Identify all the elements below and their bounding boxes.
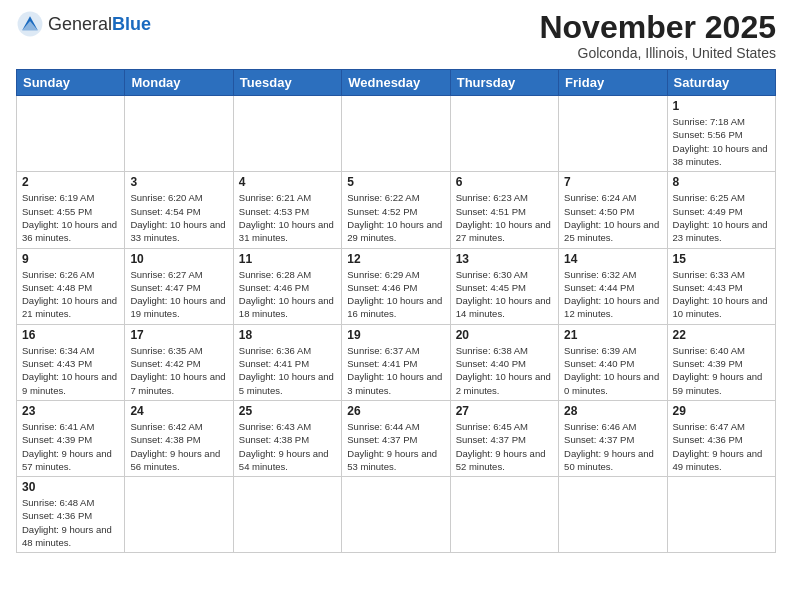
weekday-header-monday: Monday <box>125 70 233 96</box>
calendar-cell: 12Sunrise: 6:29 AM Sunset: 4:46 PM Dayli… <box>342 248 450 324</box>
day-number: 5 <box>347 175 444 189</box>
calendar-cell: 20Sunrise: 6:38 AM Sunset: 4:40 PM Dayli… <box>450 324 558 400</box>
day-number: 12 <box>347 252 444 266</box>
calendar-cell: 1Sunrise: 7:18 AM Sunset: 5:56 PM Daylig… <box>667 96 775 172</box>
day-info: Sunrise: 6:29 AM Sunset: 4:46 PM Dayligh… <box>347 268 444 321</box>
calendar-cell: 21Sunrise: 6:39 AM Sunset: 4:40 PM Dayli… <box>559 324 667 400</box>
day-info: Sunrise: 6:43 AM Sunset: 4:38 PM Dayligh… <box>239 420 336 473</box>
day-number: 19 <box>347 328 444 342</box>
calendar-week-row: 16Sunrise: 6:34 AM Sunset: 4:43 PM Dayli… <box>17 324 776 400</box>
calendar-cell: 23Sunrise: 6:41 AM Sunset: 4:39 PM Dayli… <box>17 400 125 476</box>
day-info: Sunrise: 6:40 AM Sunset: 4:39 PM Dayligh… <box>673 344 770 397</box>
day-number: 18 <box>239 328 336 342</box>
day-info: Sunrise: 6:36 AM Sunset: 4:41 PM Dayligh… <box>239 344 336 397</box>
calendar-cell: 29Sunrise: 6:47 AM Sunset: 4:36 PM Dayli… <box>667 400 775 476</box>
day-number: 22 <box>673 328 770 342</box>
day-info: Sunrise: 6:30 AM Sunset: 4:45 PM Dayligh… <box>456 268 553 321</box>
day-info: Sunrise: 7:18 AM Sunset: 5:56 PM Dayligh… <box>673 115 770 168</box>
calendar-header-row: SundayMondayTuesdayWednesdayThursdayFrid… <box>17 70 776 96</box>
day-info: Sunrise: 6:26 AM Sunset: 4:48 PM Dayligh… <box>22 268 119 321</box>
calendar-cell: 24Sunrise: 6:42 AM Sunset: 4:38 PM Dayli… <box>125 400 233 476</box>
calendar-cell: 3Sunrise: 6:20 AM Sunset: 4:54 PM Daylig… <box>125 172 233 248</box>
day-number: 25 <box>239 404 336 418</box>
day-info: Sunrise: 6:46 AM Sunset: 4:37 PM Dayligh… <box>564 420 661 473</box>
day-info: Sunrise: 6:44 AM Sunset: 4:37 PM Dayligh… <box>347 420 444 473</box>
day-number: 26 <box>347 404 444 418</box>
location: Golconda, Illinois, United States <box>539 45 776 61</box>
calendar-cell <box>667 477 775 553</box>
day-number: 28 <box>564 404 661 418</box>
day-info: Sunrise: 6:19 AM Sunset: 4:55 PM Dayligh… <box>22 191 119 244</box>
calendar-cell: 14Sunrise: 6:32 AM Sunset: 4:44 PM Dayli… <box>559 248 667 324</box>
day-info: Sunrise: 6:37 AM Sunset: 4:41 PM Dayligh… <box>347 344 444 397</box>
day-number: 1 <box>673 99 770 113</box>
day-info: Sunrise: 6:24 AM Sunset: 4:50 PM Dayligh… <box>564 191 661 244</box>
day-info: Sunrise: 6:33 AM Sunset: 4:43 PM Dayligh… <box>673 268 770 321</box>
calendar-cell <box>342 96 450 172</box>
logo-general: General <box>48 14 112 34</box>
calendar-week-row: 2Sunrise: 6:19 AM Sunset: 4:55 PM Daylig… <box>17 172 776 248</box>
generalblue-logo-icon <box>16 10 44 38</box>
calendar-cell: 17Sunrise: 6:35 AM Sunset: 4:42 PM Dayli… <box>125 324 233 400</box>
header: GeneralBlue November 2025 Golconda, Illi… <box>16 10 776 61</box>
day-number: 24 <box>130 404 227 418</box>
day-number: 27 <box>456 404 553 418</box>
weekday-header-wednesday: Wednesday <box>342 70 450 96</box>
calendar-week-row: 30Sunrise: 6:48 AM Sunset: 4:36 PM Dayli… <box>17 477 776 553</box>
calendar-cell: 16Sunrise: 6:34 AM Sunset: 4:43 PM Dayli… <box>17 324 125 400</box>
day-number: 14 <box>564 252 661 266</box>
calendar-cell <box>342 477 450 553</box>
calendar-cell: 22Sunrise: 6:40 AM Sunset: 4:39 PM Dayli… <box>667 324 775 400</box>
calendar-cell: 18Sunrise: 6:36 AM Sunset: 4:41 PM Dayli… <box>233 324 341 400</box>
calendar-table: SundayMondayTuesdayWednesdayThursdayFrid… <box>16 69 776 553</box>
calendar-cell: 11Sunrise: 6:28 AM Sunset: 4:46 PM Dayli… <box>233 248 341 324</box>
calendar-cell: 7Sunrise: 6:24 AM Sunset: 4:50 PM Daylig… <box>559 172 667 248</box>
title-block: November 2025 Golconda, Illinois, United… <box>539 10 776 61</box>
day-info: Sunrise: 6:25 AM Sunset: 4:49 PM Dayligh… <box>673 191 770 244</box>
day-info: Sunrise: 6:47 AM Sunset: 4:36 PM Dayligh… <box>673 420 770 473</box>
page: GeneralBlue November 2025 Golconda, Illi… <box>0 0 792 612</box>
day-number: 20 <box>456 328 553 342</box>
calendar-cell: 26Sunrise: 6:44 AM Sunset: 4:37 PM Dayli… <box>342 400 450 476</box>
day-number: 10 <box>130 252 227 266</box>
weekday-header-tuesday: Tuesday <box>233 70 341 96</box>
calendar-cell <box>233 96 341 172</box>
day-info: Sunrise: 6:41 AM Sunset: 4:39 PM Dayligh… <box>22 420 119 473</box>
calendar-cell: 28Sunrise: 6:46 AM Sunset: 4:37 PM Dayli… <box>559 400 667 476</box>
day-number: 23 <box>22 404 119 418</box>
month-title: November 2025 <box>539 10 776 45</box>
calendar-cell <box>559 477 667 553</box>
day-number: 15 <box>673 252 770 266</box>
day-number: 11 <box>239 252 336 266</box>
day-info: Sunrise: 6:42 AM Sunset: 4:38 PM Dayligh… <box>130 420 227 473</box>
weekday-header-friday: Friday <box>559 70 667 96</box>
day-info: Sunrise: 6:38 AM Sunset: 4:40 PM Dayligh… <box>456 344 553 397</box>
day-number: 6 <box>456 175 553 189</box>
day-info: Sunrise: 6:34 AM Sunset: 4:43 PM Dayligh… <box>22 344 119 397</box>
day-number: 29 <box>673 404 770 418</box>
calendar-cell: 13Sunrise: 6:30 AM Sunset: 4:45 PM Dayli… <box>450 248 558 324</box>
day-info: Sunrise: 6:28 AM Sunset: 4:46 PM Dayligh… <box>239 268 336 321</box>
day-number: 13 <box>456 252 553 266</box>
calendar-cell: 8Sunrise: 6:25 AM Sunset: 4:49 PM Daylig… <box>667 172 775 248</box>
day-number: 7 <box>564 175 661 189</box>
calendar-week-row: 1Sunrise: 7:18 AM Sunset: 5:56 PM Daylig… <box>17 96 776 172</box>
logo-blue: Blue <box>112 14 151 34</box>
day-info: Sunrise: 6:21 AM Sunset: 4:53 PM Dayligh… <box>239 191 336 244</box>
day-info: Sunrise: 6:20 AM Sunset: 4:54 PM Dayligh… <box>130 191 227 244</box>
calendar-cell <box>125 477 233 553</box>
day-number: 16 <box>22 328 119 342</box>
weekday-header-thursday: Thursday <box>450 70 558 96</box>
calendar-cell: 15Sunrise: 6:33 AM Sunset: 4:43 PM Dayli… <box>667 248 775 324</box>
logo: GeneralBlue <box>16 10 151 38</box>
day-info: Sunrise: 6:27 AM Sunset: 4:47 PM Dayligh… <box>130 268 227 321</box>
day-info: Sunrise: 6:23 AM Sunset: 4:51 PM Dayligh… <box>456 191 553 244</box>
day-number: 4 <box>239 175 336 189</box>
weekday-header-saturday: Saturday <box>667 70 775 96</box>
day-number: 3 <box>130 175 227 189</box>
day-info: Sunrise: 6:45 AM Sunset: 4:37 PM Dayligh… <box>456 420 553 473</box>
day-info: Sunrise: 6:32 AM Sunset: 4:44 PM Dayligh… <box>564 268 661 321</box>
weekday-header-sunday: Sunday <box>17 70 125 96</box>
calendar-cell <box>125 96 233 172</box>
calendar-cell <box>450 477 558 553</box>
